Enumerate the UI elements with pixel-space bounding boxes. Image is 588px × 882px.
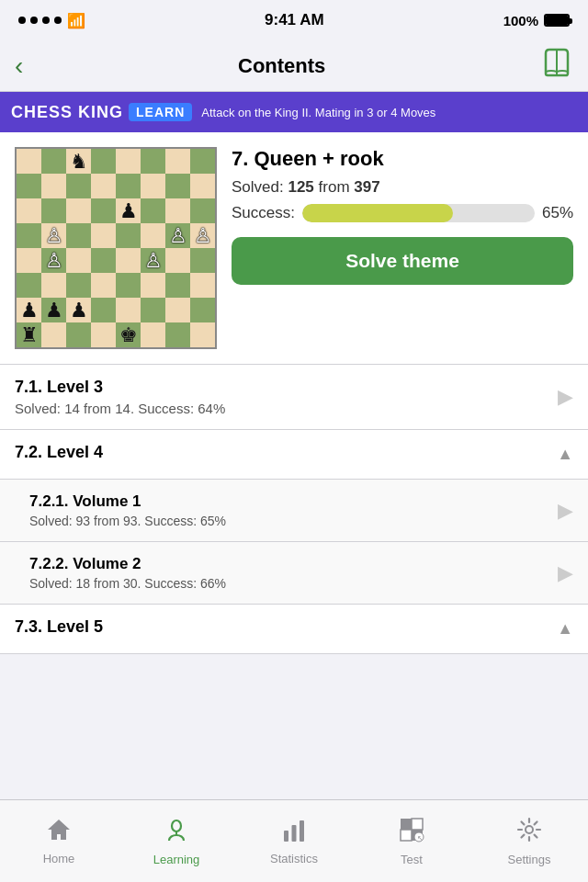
tab-bar: Home Learning Statistics	[0, 799, 588, 882]
chess-cell	[190, 149, 215, 174]
chevron-right-icon: ▶	[558, 561, 573, 585]
chess-cell: ♚	[116, 322, 141, 347]
learning-icon	[164, 817, 189, 849]
tab-test[interactable]: ↖ Test	[353, 800, 470, 882]
chess-cell	[116, 174, 141, 198]
chess-cell	[91, 223, 116, 248]
chess-cell	[165, 149, 190, 174]
chess-cell	[66, 248, 91, 273]
chess-cell	[165, 273, 190, 298]
success-row: Success: 65%	[232, 204, 573, 222]
chess-cell	[66, 273, 91, 298]
chess-cell: ♟	[41, 298, 66, 322]
nav-header: ‹ Contents	[0, 40, 588, 92]
chess-cell	[141, 198, 165, 223]
puzzle-section: ♞♟♙♙♙♙♙♟♟♟♜♚ 7. Queen + rook Solved: 125…	[0, 132, 588, 365]
chevron-down-icon: ▲	[557, 619, 573, 639]
wifi-icon: 📶	[67, 12, 85, 29]
chess-cell: ♙	[141, 248, 165, 273]
solve-theme-button[interactable]: Solve theme	[232, 237, 573, 285]
chess-board-container: ♞♟♙♙♙♙♙♟♟♟♜♚	[15, 147, 217, 349]
chess-cell	[141, 322, 165, 347]
svg-rect-8	[401, 830, 412, 841]
tab-statistics[interactable]: Statistics	[235, 800, 353, 882]
chess-cell	[116, 248, 141, 273]
chess-cell	[165, 174, 190, 198]
signal-dots	[18, 17, 62, 24]
progress-bar	[302, 204, 535, 222]
chess-cell	[190, 322, 215, 347]
list-item-7-2[interactable]: 7.2. Level 4 ▲	[0, 430, 588, 480]
page-title: Contents	[238, 54, 325, 78]
status-bar: 📶 9:41 AM 100%	[0, 0, 588, 40]
chess-cell	[91, 322, 116, 347]
tab-settings[interactable]: Settings	[470, 800, 588, 882]
tab-home-label: Home	[43, 852, 75, 865]
chess-cell	[91, 273, 116, 298]
chess-cell	[41, 198, 66, 223]
tab-learning-label: Learning	[153, 853, 200, 866]
svg-rect-7	[412, 819, 423, 830]
status-right: 100%	[503, 13, 570, 28]
tab-home[interactable]: Home	[0, 800, 118, 882]
chess-cell: ♙	[165, 223, 190, 248]
chess-cell	[66, 174, 91, 198]
list-item-7-3[interactable]: 7.3. Level 5 ▲	[0, 605, 588, 654]
chess-cell: ♙	[190, 223, 215, 248]
chess-cell	[141, 174, 165, 198]
list-item-7-2-1[interactable]: 7.2.1. Volume 1 Solved: 93 from 93. Succ…	[0, 480, 588, 542]
svg-rect-6	[401, 819, 412, 830]
brand-chess-king: CHESS KING	[11, 103, 123, 122]
puzzle-title: 7. Queen + rook	[232, 147, 573, 171]
banner-subtitle: Attack on the King II. Mating in 3 or 4 …	[201, 106, 577, 119]
chevron-down-icon: ▲	[557, 445, 573, 464]
status-time: 9:41 AM	[265, 11, 324, 29]
chess-cell	[190, 298, 215, 322]
test-icon: ↖	[399, 817, 424, 849]
chess-cell: ♙	[41, 223, 66, 248]
chess-cell: ♟	[116, 198, 141, 223]
chess-cell	[66, 223, 91, 248]
chess-cell	[17, 149, 41, 174]
chess-cell	[141, 298, 165, 322]
back-button[interactable]: ‹	[15, 51, 23, 81]
statistics-icon	[281, 818, 307, 848]
chess-cell	[41, 149, 66, 174]
chess-cell	[116, 223, 141, 248]
chess-cell	[91, 198, 116, 223]
chess-cell	[41, 174, 66, 198]
list-item-7-1[interactable]: 7.1. Level 3 Solved: 14 from 14. Success…	[0, 365, 588, 430]
chess-cell	[91, 174, 116, 198]
tab-learning[interactable]: Learning	[118, 800, 235, 882]
chess-cell	[165, 198, 190, 223]
success-pct: 65%	[542, 204, 573, 222]
list-item-7-2-2[interactable]: 7.2.2. Volume 2 Solved: 18 from 30. Succ…	[0, 542, 588, 605]
chess-cell	[17, 198, 41, 223]
solved-text: Solved: 125 from 397	[232, 178, 573, 197]
list-section: 7.1. Level 3 Solved: 14 from 14. Success…	[0, 365, 588, 654]
chess-board: ♞♟♙♙♙♙♙♟♟♟♜♚	[15, 147, 217, 349]
chess-cell: ♞	[66, 149, 91, 174]
svg-rect-4	[292, 825, 297, 842]
svg-text:↖: ↖	[417, 833, 424, 842]
chess-cell	[66, 322, 91, 347]
chess-cell	[141, 273, 165, 298]
chess-cell	[190, 198, 215, 223]
status-left: 📶	[18, 12, 85, 29]
book-icon[interactable]	[540, 46, 573, 85]
chess-cell	[165, 248, 190, 273]
chess-cell	[141, 223, 165, 248]
chess-cell: ♟	[66, 298, 91, 322]
tab-statistics-label: Statistics	[270, 852, 318, 865]
chevron-right-icon: ▶	[558, 385, 573, 409]
chess-cell	[190, 273, 215, 298]
chess-cell	[91, 149, 116, 174]
chess-cell	[17, 223, 41, 248]
chess-cell	[116, 149, 141, 174]
chess-cell	[41, 322, 66, 347]
chevron-right-icon: ▶	[558, 499, 573, 523]
svg-point-1	[172, 820, 181, 831]
svg-rect-5	[300, 820, 304, 842]
battery-icon	[544, 14, 570, 27]
info-panel: 7. Queen + rook Solved: 125 from 397 Suc…	[232, 147, 573, 285]
